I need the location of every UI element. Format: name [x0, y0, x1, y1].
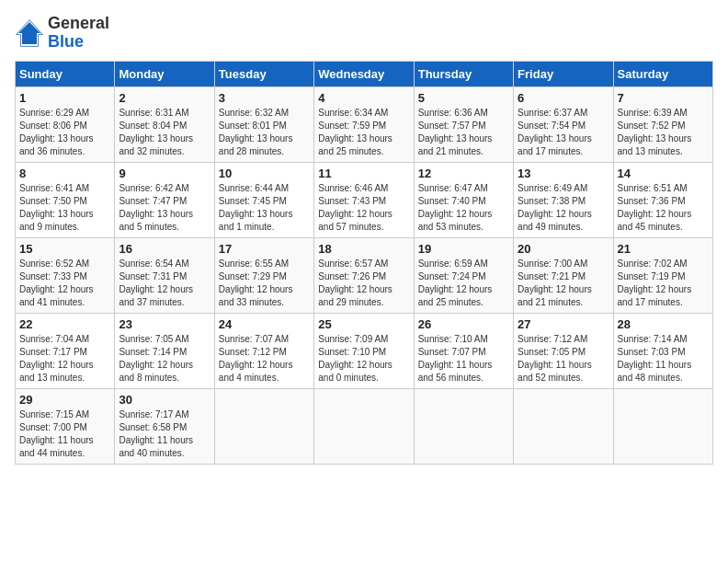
weekday-header: Monday	[115, 61, 214, 86]
day-info: Sunrise: 6:55 AMSunset: 7:29 PMDaylight:…	[219, 259, 293, 307]
calendar-day: 28Sunrise: 7:14 AMSunset: 7:03 PMDayligh…	[613, 313, 712, 388]
day-info: Sunrise: 6:51 AMSunset: 7:36 PMDaylight:…	[618, 183, 692, 232]
day-number: 4	[318, 91, 409, 105]
calendar-day: 24Sunrise: 7:07 AMSunset: 7:12 PMDayligh…	[214, 313, 313, 388]
day-info: Sunrise: 6:54 AMSunset: 7:31 PMDaylight:…	[119, 259, 193, 307]
calendar-day: 20Sunrise: 7:00 AMSunset: 7:21 PMDayligh…	[514, 237, 613, 313]
day-info: Sunrise: 6:52 AMSunset: 7:33 PMDaylight:…	[19, 259, 94, 307]
day-number: 5	[418, 91, 509, 105]
day-number: 19	[418, 242, 509, 256]
svg-marker-0	[18, 22, 40, 44]
weekday-header: Thursday	[414, 61, 513, 86]
day-number: 12	[418, 167, 509, 180]
day-info: Sunrise: 6:42 AMSunset: 7:47 PMDaylight:…	[119, 183, 193, 232]
day-number: 21	[618, 242, 709, 256]
day-info: Sunrise: 7:14 AMSunset: 7:03 PMDaylight:…	[618, 334, 692, 383]
calendar-day: 2Sunrise: 6:31 AMSunset: 8:04 PMDaylight…	[115, 86, 214, 162]
day-info: Sunrise: 7:15 AMSunset: 7:00 PMDaylight:…	[19, 409, 94, 458]
day-number: 26	[418, 317, 509, 331]
day-info: Sunrise: 7:10 AMSunset: 7:07 PMDaylight:…	[418, 334, 493, 383]
calendar-day: 5Sunrise: 6:36 AMSunset: 7:57 PMDaylight…	[414, 86, 513, 162]
logo: General Blue	[15, 15, 109, 52]
calendar-day: 15Sunrise: 6:52 AMSunset: 7:33 PMDayligh…	[16, 237, 115, 313]
calendar-day: 27Sunrise: 7:12 AMSunset: 7:05 PMDayligh…	[514, 313, 613, 388]
day-number: 23	[119, 317, 210, 331]
calendar-day: 13Sunrise: 6:49 AMSunset: 7:38 PMDayligh…	[514, 162, 613, 237]
calendar-day: 30Sunrise: 7:17 AMSunset: 6:58 PMDayligh…	[115, 388, 214, 464]
calendar-day: 14Sunrise: 6:51 AMSunset: 7:36 PMDayligh…	[613, 162, 712, 237]
calendar-day: 4Sunrise: 6:34 AMSunset: 7:59 PMDaylight…	[314, 86, 414, 162]
day-info: Sunrise: 7:02 AMSunset: 7:19 PMDaylight:…	[618, 259, 692, 307]
day-number: 8	[19, 167, 110, 180]
calendar-week-row: 8Sunrise: 6:41 AMSunset: 7:50 PMDaylight…	[16, 162, 713, 237]
calendar-week-row: 22Sunrise: 7:04 AMSunset: 7:17 PMDayligh…	[16, 313, 713, 388]
day-info: Sunrise: 7:00 AMSunset: 7:21 PMDaylight:…	[518, 259, 592, 307]
logo-line2: Blue	[48, 32, 84, 51]
day-info: Sunrise: 6:29 AMSunset: 8:06 PMDaylight:…	[19, 108, 94, 156]
calendar-day: 16Sunrise: 6:54 AMSunset: 7:31 PMDayligh…	[115, 237, 214, 313]
calendar-week-row: 29Sunrise: 7:15 AMSunset: 7:00 PMDayligh…	[16, 388, 713, 464]
day-info: Sunrise: 6:31 AMSunset: 8:04 PMDaylight:…	[119, 108, 193, 156]
day-number: 2	[119, 91, 210, 105]
calendar-day: 19Sunrise: 6:59 AMSunset: 7:24 PMDayligh…	[414, 237, 513, 313]
day-info: Sunrise: 6:47 AMSunset: 7:40 PMDaylight:…	[418, 183, 493, 232]
calendar-day: 6Sunrise: 6:37 AMSunset: 7:54 PMDaylight…	[514, 86, 613, 162]
day-number: 20	[518, 242, 609, 256]
calendar-day: 1Sunrise: 6:29 AMSunset: 8:06 PMDaylight…	[16, 86, 115, 162]
day-number: 24	[219, 317, 310, 331]
day-info: Sunrise: 7:04 AMSunset: 7:17 PMDaylight:…	[19, 334, 94, 383]
weekday-header: Sunday	[16, 61, 115, 86]
day-number: 6	[518, 91, 609, 105]
day-info: Sunrise: 6:34 AMSunset: 7:59 PMDaylight:…	[318, 108, 392, 156]
day-info: Sunrise: 7:17 AMSunset: 6:58 PMDaylight:…	[119, 409, 193, 458]
calendar-body: 1Sunrise: 6:29 AMSunset: 8:06 PMDaylight…	[16, 86, 713, 464]
empty-day	[214, 388, 313, 464]
day-number: 9	[119, 167, 210, 180]
empty-day	[613, 388, 712, 464]
calendar-day: 23Sunrise: 7:05 AMSunset: 7:14 PMDayligh…	[115, 313, 214, 388]
calendar-day: 7Sunrise: 6:39 AMSunset: 7:52 PMDaylight…	[613, 86, 712, 162]
page-header: General Blue	[15, 15, 713, 52]
day-number: 28	[618, 317, 709, 331]
day-number: 17	[219, 242, 310, 256]
day-number: 7	[618, 91, 709, 105]
day-number: 14	[618, 167, 709, 180]
calendar-day: 9Sunrise: 6:42 AMSunset: 7:47 PMDaylight…	[115, 162, 214, 237]
calendar-day: 29Sunrise: 7:15 AMSunset: 7:00 PMDayligh…	[16, 388, 115, 464]
calendar-day: 12Sunrise: 6:47 AMSunset: 7:40 PMDayligh…	[414, 162, 513, 237]
day-number: 25	[318, 317, 409, 331]
day-number: 13	[518, 167, 609, 180]
weekday-header: Wednesday	[314, 61, 414, 86]
calendar-day: 3Sunrise: 6:32 AMSunset: 8:01 PMDaylight…	[214, 86, 313, 162]
empty-day	[414, 388, 513, 464]
calendar-day: 21Sunrise: 7:02 AMSunset: 7:19 PMDayligh…	[613, 237, 712, 313]
day-info: Sunrise: 6:37 AMSunset: 7:54 PMDaylight:…	[518, 108, 592, 156]
day-number: 27	[518, 317, 609, 331]
day-number: 22	[19, 317, 110, 331]
weekday-header: Saturday	[613, 61, 712, 86]
calendar-week-row: 15Sunrise: 6:52 AMSunset: 7:33 PMDayligh…	[16, 237, 713, 313]
calendar-week-row: 1Sunrise: 6:29 AMSunset: 8:06 PMDaylight…	[16, 86, 713, 162]
calendar-day: 22Sunrise: 7:04 AMSunset: 7:17 PMDayligh…	[16, 313, 115, 388]
calendar-day: 10Sunrise: 6:44 AMSunset: 7:45 PMDayligh…	[214, 162, 313, 237]
day-number: 29	[19, 393, 110, 407]
day-number: 15	[19, 242, 110, 256]
calendar-table: SundayMondayTuesdayWednesdayThursdayFrid…	[15, 61, 713, 465]
day-info: Sunrise: 7:07 AMSunset: 7:12 PMDaylight:…	[219, 334, 293, 383]
weekday-header-row: SundayMondayTuesdayWednesdayThursdayFrid…	[16, 61, 713, 86]
calendar-day: 8Sunrise: 6:41 AMSunset: 7:50 PMDaylight…	[16, 162, 115, 237]
empty-day	[314, 388, 414, 464]
weekday-header: Friday	[514, 61, 613, 86]
logo-line1: General	[48, 15, 109, 33]
day-info: Sunrise: 6:39 AMSunset: 7:52 PMDaylight:…	[618, 108, 692, 156]
day-info: Sunrise: 6:49 AMSunset: 7:38 PMDaylight:…	[518, 183, 592, 232]
day-info: Sunrise: 6:32 AMSunset: 8:01 PMDaylight:…	[219, 108, 293, 156]
day-number: 30	[119, 393, 210, 407]
day-info: Sunrise: 6:41 AMSunset: 7:50 PMDaylight:…	[19, 183, 94, 232]
calendar-day: 18Sunrise: 6:57 AMSunset: 7:26 PMDayligh…	[314, 237, 414, 313]
day-number: 3	[219, 91, 310, 105]
day-number: 18	[318, 242, 409, 256]
day-number: 11	[318, 167, 409, 180]
logo-icon	[15, 18, 44, 48]
day-number: 1	[19, 91, 110, 105]
